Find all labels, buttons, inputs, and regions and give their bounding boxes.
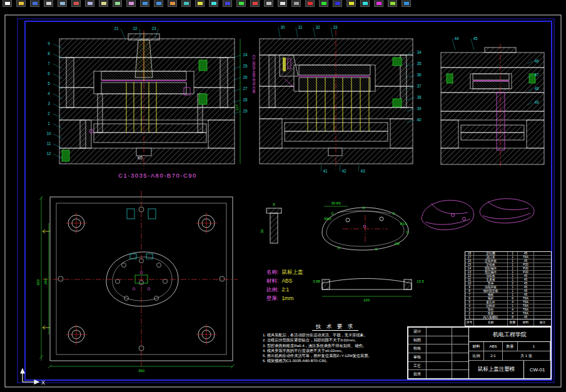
callout-label[interactable]: 30 <box>280 25 285 29</box>
callout-label[interactable]: 10 <box>46 131 51 136</box>
color-control-icon[interactable] <box>305 0 315 7</box>
callout-label[interactable]: 2 <box>48 111 50 116</box>
callout-label[interactable]: 1 <box>48 121 50 126</box>
bom-cell: 备注 <box>534 319 551 326</box>
mold-plan-view[interactable] <box>43 197 233 361</box>
date-cell <box>452 336 468 344</box>
titleblock-role-label: 制图 <box>408 336 427 344</box>
osnap-icon[interactable] <box>388 0 397 7</box>
callout-label[interactable]: 12 <box>46 151 51 156</box>
paste-icon[interactable] <box>113 0 122 7</box>
properties-icon[interactable] <box>346 0 356 7</box>
zoom-window-icon[interactable] <box>223 0 232 7</box>
callout-leader <box>234 100 241 103</box>
signature-cell <box>427 353 452 361</box>
callout-label[interactable]: 45 <box>473 36 478 41</box>
save-icon[interactable] <box>30 0 39 7</box>
redraw-icon[interactable] <box>264 0 273 7</box>
part-section-view[interactable] <box>322 279 412 290</box>
mold-end-section-view[interactable] <box>441 48 544 164</box>
callout-label[interactable]: 32 <box>315 25 320 29</box>
color-control-icon-glyph <box>308 2 313 5</box>
copy-icon[interactable] <box>99 0 108 7</box>
help-icon[interactable] <box>402 0 411 7</box>
lineweight-icon[interactable] <box>333 0 342 7</box>
pan-icon[interactable] <box>195 0 205 7</box>
callout-label[interactable]: 34 <box>417 50 422 54</box>
wall-section-view[interactable] <box>266 208 281 243</box>
titleblock-role-label: 审核 <box>408 353 427 361</box>
callout-label[interactable]: 43 <box>360 169 365 173</box>
print-preview-icon[interactable] <box>58 0 67 7</box>
open-icon-glyph <box>19 2 24 5</box>
spelling-icon[interactable] <box>71 0 81 7</box>
insert-block-icon[interactable] <box>168 0 177 7</box>
callout-label[interactable]: 35 <box>417 61 422 66</box>
distance-icon[interactable] <box>360 0 370 7</box>
callout-label[interactable]: 38 <box>417 95 422 99</box>
callout-label[interactable]: 48 <box>534 86 539 91</box>
callout-label[interactable]: 7 <box>48 61 50 66</box>
support-pillar <box>80 120 91 148</box>
cut-icon[interactable] <box>85 0 94 7</box>
layer-control-icon[interactable] <box>291 0 301 7</box>
callout-label[interactable]: 29 <box>243 109 248 113</box>
area-icon[interactable] <box>374 0 383 7</box>
zoom-previous-icon[interactable] <box>236 0 246 7</box>
copy-icon-glyph <box>101 2 106 5</box>
signature-cell <box>427 336 452 344</box>
redo-icon[interactable] <box>154 0 163 7</box>
callout-label[interactable]: 28 <box>243 98 248 102</box>
callout-label[interactable]: 27 <box>243 86 248 91</box>
callout-label[interactable]: 24 <box>243 53 248 57</box>
callout-label[interactable]: 3 <box>48 101 50 106</box>
part-isometric-view-2[interactable] <box>480 199 534 223</box>
callout-label[interactable]: 37 <box>417 84 422 88</box>
callout-label[interactable]: 22 <box>133 26 138 31</box>
callout-label[interactable]: 25 <box>243 64 248 68</box>
callout-label[interactable]: 11 <box>47 141 51 146</box>
callout-label[interactable]: 39 <box>417 106 422 111</box>
callout-label[interactable]: 8 <box>48 51 50 56</box>
callout-label[interactable]: 44 <box>454 36 459 41</box>
tech-requirement-line: 4. 模具安装平面的平行度误差不大于±0.02mm。 <box>263 348 408 353</box>
guide-pillar <box>66 58 74 108</box>
zoom-realtime-icon[interactable] <box>209 0 218 7</box>
callout-label[interactable]: 47 <box>534 73 539 77</box>
callout-label[interactable]: 46 <box>534 59 539 63</box>
xref-icon[interactable] <box>181 0 191 7</box>
callout-label[interactable]: 49 <box>534 100 539 104</box>
distance-icon-glyph <box>363 2 368 5</box>
dimension-value: 390 <box>138 369 145 373</box>
layers-icon[interactable] <box>278 0 287 7</box>
callout-label[interactable]: 33 <box>333 25 338 29</box>
undo-icon[interactable] <box>140 0 149 7</box>
callout-label[interactable]: 6 <box>48 71 50 76</box>
callout-label[interactable]: 9 <box>48 41 50 46</box>
callout-label[interactable]: 36 <box>417 73 422 77</box>
part-isometric-view-1[interactable] <box>422 200 473 229</box>
material-label: 材料 <box>469 342 484 351</box>
spelling-icon-glyph <box>74 2 79 5</box>
callout-label[interactable]: 41 <box>323 169 328 173</box>
mold-front-section-view[interactable] <box>59 33 235 164</box>
match-properties-icon[interactable] <box>126 0 136 7</box>
callout-label[interactable]: 4 <box>48 91 50 96</box>
linetype-icon[interactable] <box>319 0 328 7</box>
open-icon[interactable] <box>16 0 26 7</box>
callout-label[interactable]: 5 <box>48 81 50 86</box>
toolbar <box>0 0 566 8</box>
print-icon[interactable] <box>44 0 53 7</box>
cap-screw <box>62 150 69 161</box>
zoom-previous-icon-glyph <box>239 2 244 5</box>
callout-label[interactable]: 23 <box>151 26 156 31</box>
callout-label[interactable]: 21 <box>114 26 119 31</box>
aerial-view-icon[interactable] <box>250 0 260 7</box>
callout-label[interactable]: 26 <box>243 75 248 79</box>
callout-label[interactable]: 40 <box>417 118 422 122</box>
callout-label[interactable]: 31 <box>298 25 303 29</box>
mold-side-section-view[interactable] <box>260 39 413 164</box>
callout-label[interactable]: 42 <box>341 169 346 173</box>
new-icon[interactable] <box>3 0 12 7</box>
redraw-icon-glyph <box>266 2 271 5</box>
